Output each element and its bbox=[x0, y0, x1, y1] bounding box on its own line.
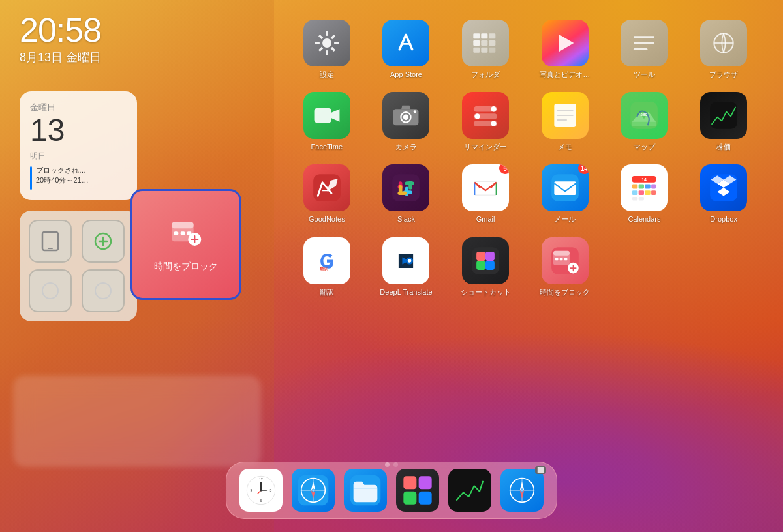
shortcut-btn-4[interactable] bbox=[82, 269, 125, 312]
app-shortcuts[interactable]: ショートカット bbox=[453, 237, 518, 297]
app-mail[interactable]: 14 メール bbox=[532, 164, 598, 224]
dock-clock[interactable]: 12 3 6 9 bbox=[239, 469, 283, 512]
calendars-icon: 14 bbox=[621, 164, 668, 211]
svg-rect-28 bbox=[481, 33, 487, 38]
svg-rect-27 bbox=[473, 33, 480, 38]
svg-point-6 bbox=[95, 283, 111, 299]
svg-text:翻訳: 翻訳 bbox=[319, 265, 328, 270]
calendar-widget[interactable]: 金曜日 13 明日 ブロックされ… 20時40分～21… bbox=[20, 91, 137, 200]
svg-rect-69 bbox=[405, 182, 414, 186]
svg-marker-43 bbox=[331, 109, 340, 121]
calendar-tomorrow-label: 明日 bbox=[30, 151, 127, 162]
app-timeblock[interactable]: 時間をブロック bbox=[532, 237, 598, 297]
mail-icon: 14 bbox=[542, 164, 589, 211]
app-settings[interactable]: 設定 bbox=[294, 20, 360, 79]
app-notes[interactable]: メモ bbox=[532, 92, 598, 151]
photos-label: 写真とビデオ… bbox=[540, 70, 590, 79]
dock: 12 3 6 9 bbox=[226, 462, 557, 519]
app-facetime[interactable]: FaceTime bbox=[294, 92, 360, 151]
svg-point-53 bbox=[491, 121, 496, 126]
app-row-2: FaceTime カメラ bbox=[287, 92, 763, 151]
svg-rect-0 bbox=[42, 232, 58, 250]
svg-rect-108 bbox=[564, 258, 567, 259]
deepl-label: DeepL Translate bbox=[380, 288, 432, 297]
app-deepl[interactable]: DeepL Translate bbox=[373, 237, 438, 297]
svg-text:6: 6 bbox=[260, 499, 262, 503]
deepl-icon bbox=[382, 237, 429, 284]
dock-stocks[interactable] bbox=[448, 469, 491, 512]
svg-rect-102 bbox=[485, 261, 495, 270]
svg-rect-42 bbox=[314, 108, 331, 123]
app-empty-2 bbox=[691, 237, 756, 297]
empty-icon-2 bbox=[91, 279, 115, 303]
svg-line-25 bbox=[406, 35, 412, 50]
svg-point-51 bbox=[474, 113, 480, 119]
reminders-icon bbox=[462, 92, 509, 139]
svg-rect-83 bbox=[632, 191, 637, 196]
browser-icon bbox=[700, 20, 747, 66]
svg-rect-79 bbox=[632, 185, 637, 189]
camera-icon bbox=[382, 92, 429, 139]
shortcut-btn-1[interactable] bbox=[29, 220, 72, 263]
app-slack[interactable]: Slack bbox=[373, 164, 438, 224]
svg-rect-29 bbox=[489, 33, 495, 38]
maps-icon: 280 bbox=[621, 92, 668, 139]
svg-point-5 bbox=[42, 283, 58, 299]
svg-rect-105 bbox=[553, 250, 570, 255]
app-stocks[interactable]: 株価 bbox=[691, 92, 756, 151]
folder-icon bbox=[462, 20, 509, 66]
app-photos[interactable]: 写真とビデオ… bbox=[532, 20, 598, 79]
svg-point-97 bbox=[408, 259, 412, 263]
app-folder[interactable]: フォルダ bbox=[453, 20, 518, 79]
svg-text:9: 9 bbox=[251, 488, 253, 492]
facetime-icon bbox=[303, 92, 350, 139]
svg-point-121 bbox=[260, 489, 262, 491]
shortcuts-icon bbox=[462, 237, 509, 284]
appstore-label: App Store bbox=[390, 70, 422, 79]
dock-safari-2[interactable]: ⬜ bbox=[500, 469, 544, 512]
settings-label: 設定 bbox=[320, 70, 334, 79]
app-browser[interactable]: ブラウザ bbox=[691, 20, 756, 79]
empty-app-icon-1 bbox=[621, 237, 668, 284]
app-maps[interactable]: 280 マップ bbox=[611, 92, 677, 151]
svg-rect-1 bbox=[48, 248, 53, 249]
svg-rect-129 bbox=[403, 476, 416, 489]
svg-rect-98 bbox=[472, 247, 499, 274]
goodnotes-label: GoodNotes bbox=[309, 215, 345, 224]
shortcuts-widget[interactable] bbox=[20, 211, 137, 321]
dock-shortcuts[interactable] bbox=[396, 469, 439, 512]
calendar-event: ブロックされ… 20時40分～21… bbox=[30, 166, 127, 190]
goodnotes-icon bbox=[303, 164, 350, 211]
app-goodnotes[interactable]: GoodNotes bbox=[294, 164, 360, 224]
app-camera[interactable]: カメラ bbox=[373, 92, 438, 151]
tools-icon bbox=[621, 20, 668, 66]
highlighted-timeblock-widget[interactable]: 時間をブロック bbox=[130, 189, 241, 300]
svg-rect-107 bbox=[559, 258, 562, 259]
app-tools[interactable]: ツール bbox=[611, 20, 677, 79]
app-reminders[interactable]: リマインダー bbox=[453, 92, 518, 151]
shortcut-btn-3[interactable] bbox=[29, 269, 72, 312]
svg-rect-99 bbox=[476, 252, 485, 261]
svg-rect-84 bbox=[639, 191, 644, 196]
app-calendars[interactable]: 14 Calendars bbox=[611, 164, 677, 224]
pencil-icon bbox=[91, 229, 115, 253]
svg-rect-101 bbox=[476, 261, 485, 270]
svg-rect-9 bbox=[174, 231, 179, 235]
svg-rect-85 bbox=[645, 191, 651, 196]
tools-label: ツール bbox=[634, 70, 655, 79]
app-appstore[interactable]: App Store bbox=[373, 20, 438, 79]
slack-icon bbox=[382, 164, 429, 211]
svg-rect-8 bbox=[172, 222, 193, 228]
app-gmail[interactable]: 5 Gmail bbox=[453, 164, 518, 224]
app-dropbox[interactable]: Dropbox bbox=[691, 164, 756, 224]
dock-safari[interactable] bbox=[292, 469, 335, 512]
dock-files[interactable] bbox=[344, 469, 387, 512]
shortcut-btn-2[interactable] bbox=[82, 220, 125, 263]
app-translate[interactable]: 翻訳 翻訳 bbox=[294, 237, 360, 297]
gmail-label: Gmail bbox=[476, 215, 495, 224]
svg-point-49 bbox=[491, 106, 496, 111]
svg-point-46 bbox=[403, 115, 408, 120]
svg-rect-71 bbox=[399, 185, 403, 194]
timeblock-app-label: 時間をブロック bbox=[540, 288, 590, 297]
app-row-1: 設定 App Store bbox=[287, 20, 763, 79]
